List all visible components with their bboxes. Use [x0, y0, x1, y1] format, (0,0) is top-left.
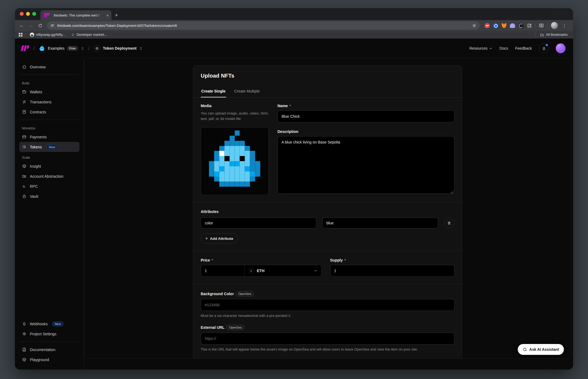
ask-ai-assistant-button[interactable]: Ask AI Assistant — [518, 344, 564, 355]
all-bookmarks-button[interactable]: All Bookmarks — [538, 33, 569, 37]
thirdweb-logo[interactable] — [21, 45, 29, 51]
team-selector[interactable]: Examples Free — [39, 45, 85, 52]
currency-select[interactable]: ETH — [244, 265, 321, 276]
background-color-input[interactable] — [201, 299, 454, 311]
upload-nfts-card: Upload NFTs Create Single Create Multipl… — [193, 65, 462, 359]
folder-icon — [22, 174, 27, 179]
sidebar-label: Documentation — [30, 348, 55, 352]
sidebar-item-vault[interactable]: Vault — [19, 191, 79, 201]
sidebar-item-account-abstraction[interactable]: Account Abstraction — [19, 171, 79, 181]
form-footer: ← Back Next → — [193, 358, 462, 359]
feedback-label: Feedback — [515, 46, 532, 50]
attribute-value-input[interactable] — [322, 218, 438, 228]
site-info-icon[interactable] — [50, 23, 55, 28]
page-title: Upload NFTs — [201, 73, 454, 79]
wallet-icon — [22, 90, 27, 94]
minimize-window-button[interactable] — [26, 12, 30, 16]
sidebar-item-project-settings[interactable]: Project Settings — [19, 329, 79, 339]
phantom-extension-icon[interactable] — [510, 23, 515, 28]
price-input[interactable] — [201, 265, 244, 276]
background-color-help: Must be a six-character hexadecimal with… — [201, 314, 454, 318]
sidebar-item-wallets[interactable]: Wallets — [19, 87, 79, 97]
attribute-name-input[interactable] — [201, 218, 317, 228]
external-url-label: External URL OpenSea — [201, 325, 454, 330]
chevron-updown-icon[interactable] — [81, 46, 85, 50]
reload-icon[interactable] — [36, 21, 44, 30]
bookmark-item[interactable]: Developer marketi... — [69, 33, 108, 37]
media-upload-preview[interactable] — [201, 127, 269, 195]
sidebar-group-monetize: Monetize — [22, 126, 77, 130]
bookmark-item[interactable]: niftyswap.gg/Nifty... — [28, 33, 67, 37]
browser-profile-avatar[interactable] — [551, 22, 558, 29]
app-header: / Examples Free / Token Deployment — [15, 39, 573, 58]
create-mode-tabs: Create Single Create Multiple — [193, 85, 462, 98]
all-bookmarks-label: All Bookmarks — [546, 33, 568, 37]
metamask-extension-icon[interactable] — [501, 23, 507, 28]
tab-search-icon[interactable] — [539, 23, 544, 28]
extension-icon-red[interactable] — [485, 23, 490, 28]
main-content: Upload NFTs Create Single Create Multipl… — [84, 58, 571, 359]
sidebar-item-transactions[interactable]: Transactions — [19, 97, 79, 107]
back-icon[interactable]: ← — [18, 21, 26, 30]
macos-traffic-lights — [20, 8, 36, 20]
transactions-icon — [22, 100, 27, 104]
delete-attribute-button[interactable] — [444, 218, 454, 228]
external-url-section: External URL OpenSea This is the URL tha… — [201, 325, 454, 351]
resources-menu[interactable]: Resources — [469, 46, 493, 50]
team-name: Examples — [48, 46, 64, 50]
sidebar-label: Playground — [30, 358, 49, 362]
chevron-down-icon — [314, 269, 317, 273]
close-window-button[interactable] — [20, 12, 24, 16]
feedback-link[interactable]: Feedback — [515, 46, 532, 50]
notification-dot — [546, 44, 548, 46]
forward-icon[interactable]: → — [27, 21, 35, 30]
apps-grid-icon[interactable] — [19, 33, 23, 37]
description-textarea[interactable]: A blue chick living on Base Sepolia — [277, 136, 454, 194]
extension-icon-clock[interactable] — [518, 23, 523, 28]
browser-toolbar: ← → thirdweb.com/team/examples/Token-Dep… — [15, 20, 573, 31]
sidebar-item-webhooks[interactable]: Webhooks New — [19, 319, 79, 329]
browser-tab[interactable]: thirdweb: The complete web3 × — [40, 10, 111, 20]
sidebar-label: Project Settings — [30, 332, 56, 336]
extensions-puzzle-icon[interactable] — [527, 23, 532, 28]
tab-title: thirdweb: The complete web3 — [54, 13, 104, 17]
tab-create-multiple[interactable]: Create Multiple — [234, 85, 260, 97]
price-label: Price* — [201, 258, 321, 262]
chevron-updown-icon[interactable] — [139, 46, 143, 50]
sidebar-item-tokens[interactable]: Tokens New — [19, 142, 79, 152]
new-badge: New — [46, 145, 58, 149]
extension-icon-blue-ring[interactable] — [493, 23, 498, 28]
contract-icon — [22, 110, 27, 114]
token-icon — [22, 145, 27, 149]
name-input[interactable] — [277, 110, 454, 122]
plan-badge: Free — [67, 46, 78, 51]
sidebar-item-contracts[interactable]: Contracts — [19, 107, 79, 117]
sidebar-label: Tokens — [30, 145, 42, 149]
sidebar: Overview Build Wallets Transactions Cont… — [15, 58, 84, 370]
gear-icon — [22, 332, 27, 336]
sidebar-item-overview[interactable]: Overview — [19, 62, 79, 72]
sidebar-item-rpc[interactable]: RPC — [19, 181, 79, 191]
supply-input[interactable] — [330, 265, 454, 277]
notifications-button[interactable] — [539, 43, 549, 53]
external-url-input[interactable] — [201, 333, 454, 345]
external-url-help: This is the URL that will appear below t… — [201, 347, 454, 351]
sidebar-item-playground[interactable]: Playground — [19, 355, 79, 365]
tab-create-single[interactable]: Create Single — [201, 85, 226, 97]
maximize-window-button[interactable] — [32, 12, 36, 16]
project-selector[interactable]: Token Deployment — [94, 45, 143, 52]
add-attribute-button[interactable]: + Add Attribute — [201, 233, 238, 244]
sidebar-item-payments[interactable]: Payments — [19, 132, 79, 142]
bookmark-star-icon[interactable] — [472, 23, 477, 28]
bookmark-favicon — [71, 33, 75, 37]
github-icon — [30, 33, 34, 37]
credit-card-icon — [22, 135, 27, 139]
tab-close-icon[interactable]: × — [106, 13, 109, 18]
docs-link[interactable]: Docs — [500, 46, 508, 50]
sidebar-item-insight[interactable]: Insight — [19, 161, 79, 171]
new-tab-button[interactable]: + — [115, 12, 118, 18]
account-avatar[interactable] — [556, 43, 565, 53]
address-bar[interactable]: thirdweb.com/team/examples/Token-Deploym… — [47, 21, 480, 30]
browser-menu-icon[interactable]: ⋮ — [561, 23, 568, 28]
sidebar-item-documentation[interactable]: Documentation — [19, 345, 79, 355]
